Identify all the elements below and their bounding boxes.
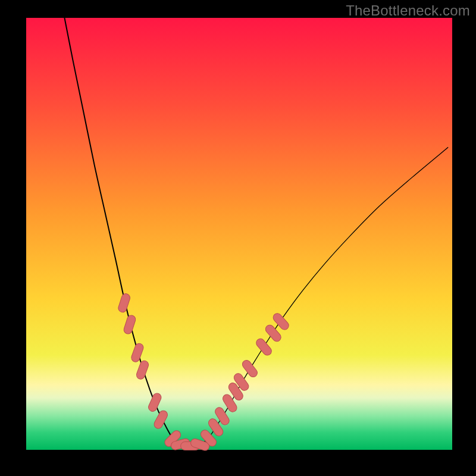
chart-frame: TheBottleneck.com [0,0,476,476]
bottleneck-chart [0,0,476,476]
